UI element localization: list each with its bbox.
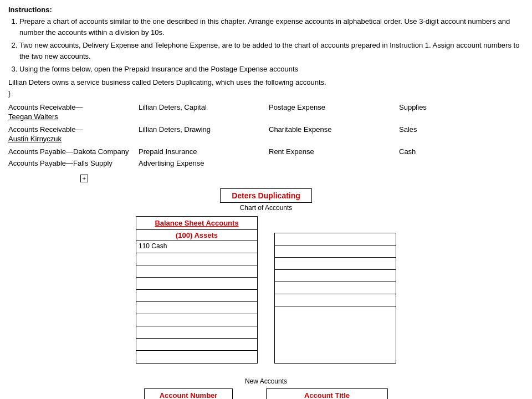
instructions-section: Instructions: Prepare a chart of account… [8,6,524,98]
right-row-2 [275,245,396,258]
chart-section: Deters Duplicating Chart of Accounts Bal… [8,188,524,375]
bs-row-10 [136,351,257,363]
instruction-item-1: Prepare a chart of accounts similar to t… [19,16,524,38]
balance-sheet-header: Balance Sheet Accounts [136,217,257,230]
right-table [274,233,396,364]
account-r1c3: Postage Expense [269,102,393,123]
accounts-grid: Accounts Receivable—Teegan Walters Lilli… [8,102,524,168]
instruction-item-3: Using the forms below, open the Prepaid … [19,64,524,75]
expand-icon[interactable]: + [80,175,88,182]
account-r1c4: Supplies [399,102,524,123]
bs-row-5 [136,290,257,302]
account-r4c2: Advertising Expense [139,158,263,168]
cursor-marker: } [8,90,524,98]
bs-row-4 [136,278,257,290]
account-r3c2: Prepaid Insurance [139,146,263,157]
instruction-item-2: Two new accounts, Delivery Expense and T… [19,40,524,62]
account-r2c1: Accounts Receivable—Austin Kirnyczuk [8,124,133,145]
intro-text: Lillian Deters owns a service business c… [8,78,524,86]
bs-row-7 [136,314,257,326]
right-row-4 [275,270,396,282]
new-accounts-label: New Accounts [245,377,287,385]
instructions-list: Prepare a chart of accounts similar to t… [19,16,524,75]
right-row-7 [275,306,396,319]
balance-sheet-table: Balance Sheet Accounts (100) Assets 110 … [136,216,258,364]
bs-row-2 [136,253,257,265]
bs-row-3 [136,265,257,278]
right-row-6 [275,294,396,306]
account-title-header: Account Title [267,389,387,400]
account-r4c3 [269,158,393,168]
bs-row-8 [136,326,257,339]
account-r1c1: Accounts Receivable—Teegan Walters [8,102,133,123]
account-r1c2: Lillian Deters, Capital [139,102,263,123]
account-r3c3: Rent Expense [269,146,393,157]
bs-row-6 [136,302,257,314]
assets-label: (100) Assets [136,230,257,241]
account-r2c2: Lillian Deters, Drawing [139,124,263,145]
account-r3c1: Accounts Payable—Dakota Company [8,146,133,157]
new-accounts-tables: Account Number Account Title [8,388,524,400]
right-row-1 [275,233,396,245]
account-r2c4: Sales [399,124,524,145]
account-title-table: Account Title [266,388,388,400]
account-r4c1: Accounts Payable—Falls Supply [8,158,133,168]
account-r2c3: Charitable Expense [269,124,393,145]
bs-row-9 [136,339,257,351]
instructions-title: Instructions: [8,6,524,14]
tables-row: Balance Sheet Accounts (100) Assets 110 … [8,216,524,364]
account-r4c4 [399,158,524,168]
chart-company-name: Deters Duplicating [220,188,312,203]
right-row-3 [275,258,396,270]
account-r3c4: Cash [399,146,524,157]
first-entry-row: 110 Cash [136,241,257,253]
account-number-table: Account Number [144,388,233,400]
right-row-5 [275,282,396,294]
new-accounts-section: New Accounts Account Number Account Titl… [8,377,524,400]
account-number-header: Account Number [145,389,232,400]
chart-subtitle: Chart of Accounts [240,204,293,212]
